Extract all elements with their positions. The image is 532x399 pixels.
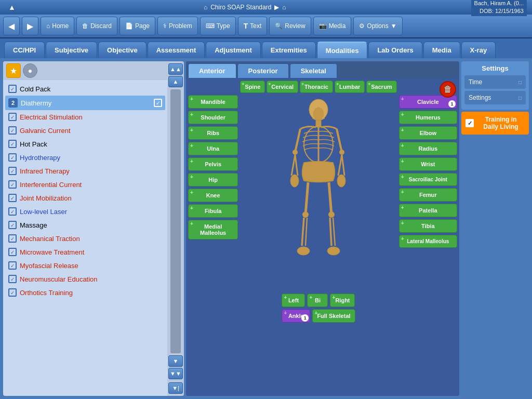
scroll-down-fast-btn[interactable]: ▼▼ (168, 368, 183, 379)
tab-media[interactable]: Media (423, 42, 460, 58)
training-in-daily-living-panel[interactable]: ✓ Training in Daily Living (461, 112, 529, 135)
type-button[interactable]: ⌨ Type (200, 17, 236, 35)
training-checkbox[interactable]: ✓ (466, 119, 474, 127)
home-button[interactable]: ⌂ Home (41, 17, 74, 35)
checkbox-infrared[interactable]: ✓ (8, 167, 17, 175)
wrist-btn[interactable]: + Wrist (399, 157, 457, 171)
list-item-mechanical-traction[interactable]: ✓ Mechanical Traction (5, 232, 165, 245)
list-item-galvanic-current[interactable]: ✓ Galvanic Current (5, 124, 165, 137)
scroll-up-btn[interactable]: ▲ (168, 76, 183, 87)
media-button[interactable]: 📷 Media (313, 17, 352, 35)
right-btn[interactable]: +Right (330, 294, 355, 307)
tibia-btn[interactable]: + Tibia (399, 219, 457, 233)
favorites-button[interactable]: ★ (6, 63, 21, 78)
list-item-neuromuscular-education[interactable]: ✓ Neuromuscular Education (5, 272, 165, 286)
pelvis-btn[interactable]: + Pelvis (188, 157, 238, 171)
lumbar-btn[interactable]: +Lumbar (335, 81, 365, 93)
tab-x-ray[interactable]: X-ray (461, 42, 496, 58)
full-skeletal-btn[interactable]: +Full Skeletal (312, 309, 355, 323)
sacrum-btn[interactable]: +Sacrum (366, 81, 396, 93)
ribs-btn[interactable]: + Ribs (188, 126, 238, 140)
nav-back-btn[interactable]: ▲ (5, 2, 19, 12)
tab-anterior[interactable]: Anterior (188, 63, 236, 78)
mandible-btn[interactable]: + Mandible (188, 95, 238, 109)
tab-cc-hpi[interactable]: CC/HPI (4, 42, 45, 58)
title-nav-left[interactable]: ▲ (5, 2, 19, 12)
checkbox-electrical-stim[interactable]: ✓ (8, 113, 17, 121)
left-btn[interactable]: +Left (282, 294, 305, 307)
tab-posterior[interactable]: Posterior (237, 63, 289, 78)
femur-btn[interactable]: + Femur (399, 188, 457, 202)
checkbox-myofascial[interactable]: ✓ (8, 261, 17, 270)
fibula-btn[interactable]: + Fibula (188, 204, 238, 218)
tab-adjustment[interactable]: Adjustment (206, 42, 261, 58)
text-button[interactable]: T Text (238, 17, 268, 35)
cervical-btn[interactable]: +Cervical (267, 81, 298, 93)
list-item-joint-mobilization[interactable]: ✓ Joint Mobilization (5, 191, 165, 205)
checkbox-microwave[interactable]: ✓ (8, 248, 17, 256)
bi-btn[interactable]: +Bi (307, 294, 328, 307)
list-item-diathermy[interactable]: 2 Diathermy ✓ (5, 96, 165, 110)
tab-modalities[interactable]: Modalities (317, 42, 368, 58)
settings-setting-row[interactable]: Settings □ (464, 91, 526, 104)
delete-button[interactable]: 🗑 (440, 81, 456, 98)
humerus-btn[interactable]: + Humerus (399, 111, 457, 124)
tab-lab-orders[interactable]: Lab Orders (368, 42, 422, 58)
list-item-hot-pack[interactable]: ✓ Hot Pack (5, 137, 165, 151)
scroll-bottom-btn[interactable]: ▼| (168, 382, 183, 394)
hip-btn[interactable]: + Hip (188, 173, 238, 187)
list-item-cold-pack[interactable]: ✓ Cold Pack (5, 82, 165, 96)
checkbox-neuromuscular[interactable]: ✓ (8, 275, 17, 283)
tab-subjective[interactable]: Subjective (46, 42, 97, 58)
list-item-hydrotherapy[interactable]: ✓ Hydrotherapy (5, 151, 165, 164)
tab-extremities[interactable]: Extremities (262, 42, 316, 58)
scroll-controls: ▲▲ ▲ ▼ ▼▼ ▼| (167, 61, 184, 396)
list-item-interferential-current[interactable]: ✓ Interferential Current (5, 178, 165, 191)
tab-skeletal[interactable]: Skeletal (290, 63, 337, 78)
ankle-btn[interactable]: + Ankle 1 (282, 309, 310, 323)
patella-btn[interactable]: + Patella (399, 204, 457, 217)
time-setting-row[interactable]: Time □ (464, 75, 526, 89)
svg-point-2 (313, 108, 324, 120)
medial-malleolus-btn[interactable]: + Medial Malleolus (188, 220, 238, 240)
review-button[interactable]: 🔍 Review (269, 17, 311, 35)
shoulder-btn[interactable]: + Shoulder (188, 111, 238, 124)
ulna-btn[interactable]: + Ulna (188, 142, 238, 155)
checkbox-orthotics[interactable]: ✓ (8, 288, 17, 297)
radius-btn[interactable]: + Radius (399, 142, 457, 155)
checkbox-joint-mobilization[interactable]: ✓ (8, 194, 17, 202)
tab-objective[interactable]: Objective (98, 42, 147, 58)
lateral-malleolus-btn[interactable]: + Lateral Malleolus (399, 235, 457, 248)
checkbox-interferential[interactable]: ✓ (8, 180, 17, 189)
checkbox-hydrotherapy[interactable]: ✓ (8, 153, 17, 162)
checkbox-hot-pack[interactable]: ✓ (8, 140, 17, 148)
scroll-down-btn[interactable]: ▼ (168, 355, 183, 367)
list-item-myofascial-release[interactable]: ✓ Myofascial Release (5, 259, 165, 272)
tab-assessment[interactable]: Assessment (148, 42, 205, 58)
back-button[interactable]: ◀ (3, 17, 20, 35)
list-item-massage[interactable]: ✓ Massage (5, 218, 165, 232)
page-button[interactable]: 📄 Page (119, 17, 155, 35)
list-item-low-level-laser[interactable]: ✓ Low-level Laser (5, 205, 165, 218)
scroll-up-fast-btn[interactable]: ▲▲ (168, 63, 183, 75)
sacroiliac-joint-btn[interactable]: + Sacroiliac Joint (399, 173, 457, 186)
elbow-btn[interactable]: + Elbow (399, 126, 457, 140)
list-item-infrared-therapy[interactable]: ✓ Infrared Therapy (5, 164, 165, 178)
spine-btn[interactable]: +Spine (240, 81, 265, 93)
checkbox-cold-pack[interactable]: ✓ (8, 85, 17, 93)
checkbox-mechanical-traction[interactable]: ✓ (8, 234, 17, 243)
options-button[interactable]: ⚙ Options ▼ (353, 17, 402, 35)
knee-btn[interactable]: + Knee (188, 189, 238, 202)
checkbox-massage[interactable]: ✓ (8, 221, 17, 229)
search-button[interactable]: ● (23, 63, 37, 78)
discard-button[interactable]: 🗑 Discard (76, 17, 117, 35)
thoracic-btn[interactable]: +Thoracic (300, 81, 333, 93)
list-item-microwave-treatment[interactable]: ✓ Microwave Treatment (5, 245, 165, 259)
checkbox-low-level-laser[interactable]: ✓ (8, 207, 17, 216)
list-item-orthotics-training[interactable]: ✓ Orthotics Training (5, 286, 165, 299)
checkbox-galvanic[interactable]: ✓ (8, 126, 17, 135)
forward-button[interactable]: ▶ (22, 17, 38, 35)
problem-button[interactable]: ⚕ Problem (157, 17, 198, 35)
checkbox-diathermy[interactable]: ✓ (154, 99, 162, 107)
list-item-electrical-stimulation[interactable]: ✓ Electrical Stimulation (5, 110, 165, 124)
